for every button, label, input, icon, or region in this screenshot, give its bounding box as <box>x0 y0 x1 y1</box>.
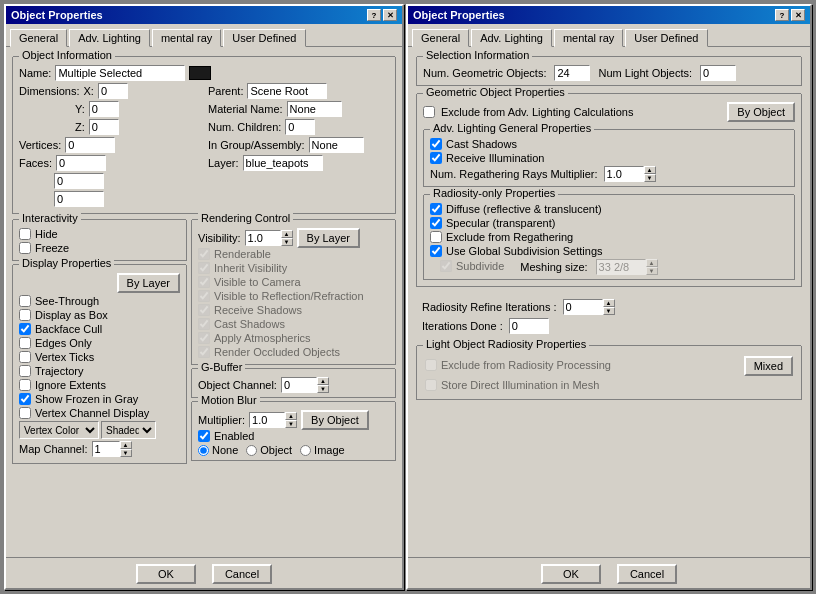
color-box[interactable] <box>189 66 211 80</box>
shaded-dropdown[interactable]: Shaded <box>101 421 156 439</box>
apply-atm-checkbox[interactable] <box>198 332 210 344</box>
num-geo-input[interactable] <box>554 65 590 81</box>
multiplier-up[interactable]: ▲ <box>285 412 297 420</box>
object-radio[interactable] <box>246 445 257 456</box>
z-input[interactable] <box>89 119 119 135</box>
exclude-reg-checkbox[interactable] <box>430 231 442 243</box>
refine-iter-down[interactable]: ▼ <box>603 307 615 315</box>
vertex-color-dropdown[interactable]: Vertex Color <box>19 421 99 439</box>
meshing-up[interactable]: ▲ <box>646 259 658 267</box>
name-row: Name: <box>19 65 389 81</box>
cast-shadows-geo-checkbox[interactable] <box>430 138 442 150</box>
obj-channel-input[interactable] <box>281 377 317 393</box>
children-input[interactable] <box>285 119 315 135</box>
subdivide-checkbox[interactable] <box>440 260 452 272</box>
left-close-button[interactable]: ✕ <box>383 9 397 21</box>
image-radio[interactable] <box>300 445 311 456</box>
faces-input[interactable] <box>56 155 106 171</box>
x-input[interactable] <box>98 83 128 99</box>
edges-checkbox[interactable] <box>19 337 31 349</box>
left-cancel-button[interactable]: Cancel <box>212 564 272 584</box>
obj-channel-down[interactable]: ▼ <box>317 385 329 393</box>
num-light-input[interactable] <box>700 65 736 81</box>
vertices-input[interactable] <box>65 137 115 153</box>
display-bylayer-button[interactable]: By Layer <box>117 273 180 293</box>
backface-checkbox[interactable] <box>19 323 31 335</box>
light-exclude-checkbox[interactable] <box>425 359 437 371</box>
num-rays-up[interactable]: ▲ <box>644 166 656 174</box>
visible-camera-checkbox[interactable] <box>198 276 210 288</box>
receive-shadows-checkbox[interactable] <box>198 304 210 316</box>
visibility-down[interactable]: ▼ <box>281 238 293 246</box>
y-input[interactable] <box>89 101 119 117</box>
left-tab-general[interactable]: General <box>10 29 67 47</box>
right-tab-user-defined[interactable]: User Defined <box>625 29 707 47</box>
name-input[interactable] <box>55 65 185 81</box>
right-ok-button[interactable]: OK <box>541 564 601 584</box>
right-close-button[interactable]: ✕ <box>791 9 805 21</box>
diffuse-checkbox[interactable] <box>430 203 442 215</box>
enabled-checkbox[interactable] <box>198 430 210 442</box>
faces2-input[interactable] <box>54 173 104 189</box>
num-rays-down[interactable]: ▼ <box>644 174 656 182</box>
by-object-geo-button[interactable]: By Object <box>727 102 795 122</box>
ignore-extents-checkbox[interactable] <box>19 379 31 391</box>
store-direct-checkbox[interactable] <box>425 379 437 391</box>
renderable-checkbox[interactable] <box>198 248 210 260</box>
multiplier-down[interactable]: ▼ <box>285 420 297 428</box>
freeze-checkbox[interactable] <box>19 242 31 254</box>
cast-shadows-checkbox[interactable] <box>198 318 210 330</box>
meshing-input[interactable] <box>596 259 646 275</box>
map-channel-up[interactable]: ▲ <box>120 441 132 449</box>
display-box-checkbox[interactable] <box>19 309 31 321</box>
parent-input[interactable] <box>247 83 327 99</box>
rc-bylayer-button[interactable]: By Layer <box>297 228 360 248</box>
multiplier-input[interactable] <box>249 412 285 428</box>
left-help-button[interactable]: ? <box>367 9 381 21</box>
mixed-button[interactable]: Mixed <box>744 356 793 376</box>
inherit-vis-checkbox[interactable] <box>198 262 210 274</box>
ignore-extents-label: Ignore Extents <box>35 379 106 391</box>
cast-shadows-label: Cast Shadows <box>214 318 285 330</box>
left-tab-adv-lighting[interactable]: Adv. Lighting <box>69 29 150 47</box>
by-object-button[interactable]: By Object <box>301 410 369 430</box>
use-global-checkbox[interactable] <box>430 245 442 257</box>
render-occ-checkbox[interactable] <box>198 346 210 358</box>
exclude-checkbox[interactable] <box>423 106 435 118</box>
meshing-down[interactable]: ▼ <box>646 267 658 275</box>
vertex-channel-label: Vertex Channel Display <box>35 407 149 419</box>
visible-refl-checkbox[interactable] <box>198 290 210 302</box>
dims-y-row: Y: <box>75 101 200 117</box>
left-ok-button[interactable]: OK <box>136 564 196 584</box>
obj-channel-up[interactable]: ▲ <box>317 377 329 385</box>
faces3-input[interactable] <box>54 191 104 207</box>
right-tab-adv-lighting[interactable]: Adv. Lighting <box>471 29 552 47</box>
right-help-button[interactable]: ? <box>775 9 789 21</box>
material-input[interactable] <box>287 101 342 117</box>
map-channel-input[interactable] <box>92 441 120 457</box>
left-tab-mental-ray[interactable]: mental ray <box>152 29 221 47</box>
right-cancel-button[interactable]: Cancel <box>617 564 677 584</box>
trajectory-checkbox[interactable] <box>19 365 31 377</box>
map-channel-down[interactable]: ▼ <box>120 449 132 457</box>
visibility-up[interactable]: ▲ <box>281 230 293 238</box>
iter-done-label: Iterations Done : <box>422 320 503 332</box>
num-rays-input[interactable] <box>604 166 644 182</box>
specular-checkbox[interactable] <box>430 217 442 229</box>
right-tab-general[interactable]: General <box>412 29 469 47</box>
visibility-input[interactable] <box>245 230 281 246</box>
refine-iter-up[interactable]: ▲ <box>603 299 615 307</box>
show-frozen-checkbox[interactable] <box>19 393 31 405</box>
hide-checkbox[interactable] <box>19 228 31 240</box>
group-input[interactable] <box>309 137 364 153</box>
none-radio[interactable] <box>198 445 209 456</box>
refine-iter-input[interactable] <box>563 299 603 315</box>
see-through-checkbox[interactable] <box>19 295 31 307</box>
left-tab-user-defined[interactable]: User Defined <box>223 29 305 47</box>
vertex-ticks-checkbox[interactable] <box>19 351 31 363</box>
right-tab-mental-ray[interactable]: mental ray <box>554 29 623 47</box>
layer-input[interactable] <box>243 155 323 171</box>
receive-illum-checkbox[interactable] <box>430 152 442 164</box>
vertex-channel-checkbox[interactable] <box>19 407 31 419</box>
left-tabs: General Adv. Lighting mental ray User De… <box>6 24 402 47</box>
